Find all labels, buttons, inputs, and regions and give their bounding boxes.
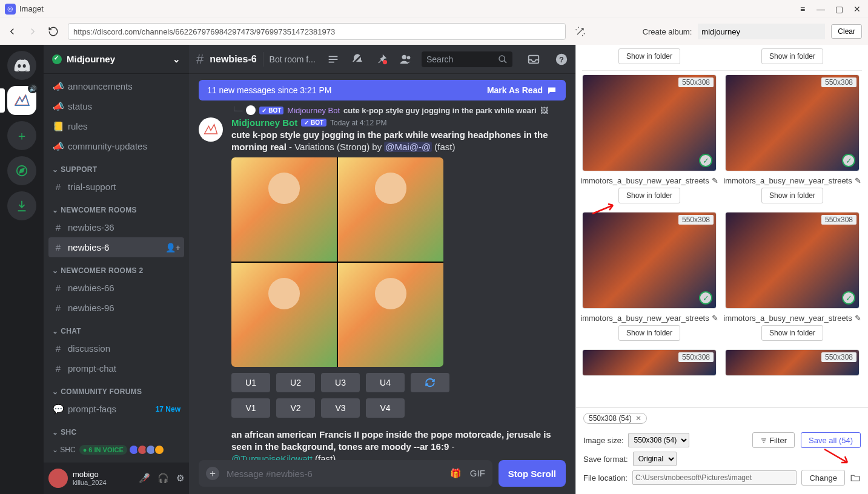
thumbnail-image[interactable]: 550x308 <box>582 349 717 376</box>
user-mention-2[interactable]: @TurquoiseKilowatt <box>231 453 313 460</box>
show-in-folder-button[interactable]: Show in folder <box>618 48 680 64</box>
back-button[interactable] <box>6 25 18 38</box>
thumbnail-image[interactable]: 550x308✓ <box>582 212 717 309</box>
notification-mute-icon[interactable] <box>351 53 364 66</box>
channel-rules[interactable]: 📒rules <box>48 116 184 136</box>
gift-icon[interactable]: 🎁 <box>450 468 462 479</box>
channel-prompt-faqs[interactable]: 💬prompt-faqs17 New <box>48 399 184 419</box>
edit-icon[interactable]: ✎ <box>712 176 718 185</box>
search-box[interactable]: Search <box>422 51 512 67</box>
channel-newbies-96[interactable]: #newbies-96 <box>48 298 184 318</box>
thumbnail-image[interactable]: 550x308✓ <box>582 74 717 171</box>
hamburger-icon[interactable]: ≡ <box>797 4 809 14</box>
channel-discussion[interactable]: #discussion <box>48 338 184 358</box>
show-in-folder-button[interactable]: Show in folder <box>761 325 823 341</box>
variation-V2[interactable]: V2 <box>276 398 315 418</box>
save-all-button[interactable]: Save all (54) <box>801 432 861 448</box>
reload-button[interactable] <box>47 25 59 38</box>
maximize-button[interactable]: ▢ <box>833 4 845 14</box>
stop-scroll-button[interactable]: Stop Scroll <box>499 460 566 487</box>
reroll-button[interactable] <box>411 373 449 392</box>
forward-button[interactable] <box>27 25 39 38</box>
chip-close-icon[interactable]: ✕ <box>635 414 641 423</box>
thumbnail-image[interactable]: 550x308✓ <box>725 74 860 171</box>
category-header[interactable]: ⌄SUPPORT <box>48 162 184 177</box>
edit-icon[interactable]: ✎ <box>855 314 861 323</box>
file-location-input[interactable] <box>632 470 797 485</box>
discord-home-button[interactable] <box>7 51 36 80</box>
check-icon[interactable]: ✓ <box>699 154 712 167</box>
server-header[interactable]: Midjourney ⌄ <box>44 45 189 74</box>
gif-icon[interactable]: GIF <box>470 468 485 479</box>
save-format-select[interactable]: Original <box>633 452 677 466</box>
voice-indicator[interactable]: ⌄ SHC● 6 IN VOICE <box>48 444 184 455</box>
clear-button[interactable]: Clear <box>831 24 862 39</box>
variation-V1[interactable]: V1 <box>231 398 270 418</box>
upscale-U2[interactable]: U2 <box>276 373 315 392</box>
inbox-icon[interactable] <box>527 53 540 66</box>
close-button[interactable]: ✕ <box>851 4 863 14</box>
edit-icon[interactable]: ✎ <box>712 314 718 323</box>
mark-as-read[interactable]: Mark As Read <box>487 85 543 95</box>
members-icon[interactable] <box>399 53 412 66</box>
minimize-button[interactable]: — <box>815 4 827 14</box>
midjourney-server-button[interactable]: 🔊 <box>7 86 36 115</box>
pin-icon[interactable] <box>375 53 388 66</box>
channel-announcements[interactable]: 📣announcements <box>48 76 184 96</box>
variation-V3[interactable]: V3 <box>321 398 360 418</box>
thumbnail-image[interactable]: 550x308 <box>725 349 860 376</box>
channel-community-updates[interactable]: 📣community-updates <box>48 136 184 156</box>
chat-body[interactable]: 11 new messages since 3:21 PM Mark As Re… <box>189 74 575 460</box>
help-icon[interactable]: ? <box>555 53 568 66</box>
category-header[interactable]: ⌄NEWCOMER ROOMS <box>48 203 184 217</box>
category-header[interactable]: ⌄COMMUNITY FORUMS <box>48 384 184 399</box>
attach-plus-icon[interactable]: ＋ <box>206 467 219 480</box>
show-in-folder-button[interactable]: Show in folder <box>761 188 823 203</box>
change-button[interactable]: Change <box>801 470 845 486</box>
category-header[interactable]: ⌄SHC <box>48 425 184 440</box>
check-icon[interactable]: ✓ <box>842 154 855 167</box>
channel-newbies-6[interactable]: #newbies-6👤+ <box>48 237 184 257</box>
folder-icon[interactable] <box>850 472 861 483</box>
channel-newbies-36[interactable]: #newbies-36 <box>48 217 184 237</box>
channel-status[interactable]: 📣status <box>48 96 184 116</box>
upscale-U4[interactable]: U4 <box>366 373 405 392</box>
channel-newbies-66[interactable]: #newbies-66 <box>48 278 184 298</box>
size-chip[interactable]: 550x308 (54)✕ <box>583 413 647 424</box>
category-header[interactable]: ⌄NEWCOMER ROOMS 2 <box>48 263 184 278</box>
image-grid[interactable] <box>231 157 443 367</box>
upscale-U1[interactable]: U1 <box>231 373 270 392</box>
upscale-U3[interactable]: U3 <box>321 373 360 392</box>
check-icon[interactable]: ✓ <box>699 291 712 305</box>
variation-V4[interactable]: V4 <box>366 398 405 418</box>
channel-prompt-chat[interactable]: #prompt-chat <box>48 358 184 378</box>
url-bar[interactable]: https://discord.com/channels/66226797698… <box>68 23 566 40</box>
album-input[interactable] <box>698 24 825 39</box>
threads-icon[interactable] <box>326 53 340 66</box>
settings-gear-icon[interactable]: ⚙ <box>176 473 184 484</box>
show-in-folder-button[interactable]: Show in folder <box>618 325 680 341</box>
reply-reference[interactable]: └─ ✓ BOT Midjourney Bot cute k-pop style… <box>231 105 566 115</box>
download-button[interactable] <box>7 191 36 220</box>
edit-icon[interactable]: ✎ <box>855 176 861 185</box>
show-in-folder-button[interactable]: Show in folder <box>618 188 680 203</box>
headphones-icon[interactable]: 🎧 <box>157 473 169 484</box>
filter-button[interactable]: Filter <box>752 432 795 448</box>
add-person-icon[interactable]: 👤+ <box>165 243 181 252</box>
image-size-select[interactable]: 550x308 (54) <box>628 433 689 447</box>
bot-avatar[interactable] <box>199 117 223 142</box>
add-server-button[interactable]: ＋ <box>7 121 36 150</box>
wand-icon[interactable] <box>574 25 586 38</box>
user-mention[interactable]: @Mai@-@ <box>384 142 432 152</box>
explore-button[interactable] <box>7 156 36 185</box>
mic-mute-icon[interactable]: 🎤̸ <box>139 473 150 484</box>
check-icon[interactable]: ✓ <box>842 291 855 305</box>
user-avatar[interactable] <box>48 469 68 488</box>
thumbnail-area[interactable]: Show in folder Show in folder 550x308✓ i… <box>576 45 868 407</box>
message-author[interactable]: Midjourney Bot <box>231 117 297 128</box>
message-input[interactable]: ＋ Message #newbies-6 🎁 GIF <box>199 460 492 487</box>
category-header[interactable]: ⌄CHAT <box>48 324 184 338</box>
thumbnail-image[interactable]: 550x308✓ <box>725 212 860 309</box>
new-messages-bar[interactable]: 11 new messages since 3:21 PM Mark As Re… <box>199 80 566 100</box>
channel-trial-support[interactable]: #trial-support <box>48 177 184 197</box>
